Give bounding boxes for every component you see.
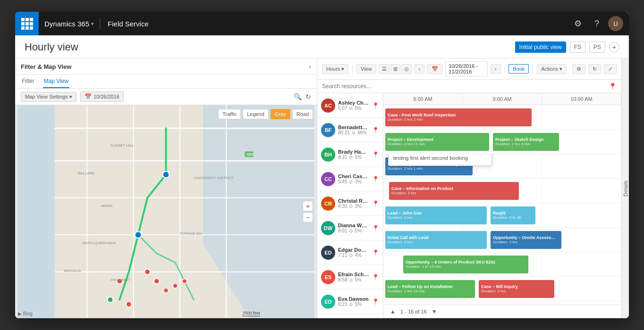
task-block[interactable]: Opportunity – Onsite Assessment Duration…: [491, 231, 561, 249]
task-block[interactable]: Initial Call with Lead Duration: 2 hrs: [385, 231, 487, 249]
svg-text:ADAMS: ADAMS: [101, 204, 113, 207]
toolbar-expand-button[interactable]: ⤢: [604, 64, 617, 74]
task-block[interactable]: Case – Bill Inquiry Duration: 2 hrs: [479, 280, 554, 298]
resource-pin: 📍: [372, 102, 379, 109]
resources-list: AC Ashley Chinn 6:07⊙6% 📍 BF Bernadette …: [317, 93, 383, 318]
resource-pin: 📍: [372, 298, 379, 305]
add-view-button[interactable]: +: [609, 42, 619, 52]
resource-pin: 📍: [372, 127, 379, 133]
timeline-rows: Case - Post Work Roof Inspection Duratio…: [383, 105, 621, 305]
resource-row: AC Ashley Chinn 6:07⊙6% 📍: [317, 93, 383, 118]
resource-row: ED Eva Dawson 8:23⊙5% 📍: [317, 289, 383, 314]
timeline-header: 8:00 AM 9:00 AM 10:00 AM: [383, 93, 621, 105]
waffle-button[interactable]: [15, 12, 39, 35]
map-search-button[interactable]: 🔍: [294, 93, 302, 100]
resource-row: BH Brady Hannon 8:31⊙5% 📍: [317, 142, 383, 167]
resource-row: BF Bernadette Foley 80:21⊙48% 📍: [317, 118, 383, 142]
map-view-settings-button[interactable]: Map View Settings ▾: [21, 92, 76, 102]
list-view-button[interactable]: ☰: [379, 64, 390, 74]
row-content: Opportunity – 6 Orders of Product SKU 82…: [383, 252, 621, 276]
timeline-hour: 10:00 AM: [542, 93, 621, 105]
map-refresh-button[interactable]: ↻: [305, 93, 311, 100]
next-button[interactable]: ›: [491, 64, 501, 74]
svg-point-8: [182, 279, 187, 283]
timeline-row: Opportunity – Stadium Walkthrough Durati…: [383, 154, 621, 179]
timeline-row: Case - Post Work Roof Inspection Duratio…: [383, 105, 621, 130]
search-input[interactable]: [322, 83, 605, 90]
nav-icons: ⚙ ? U: [570, 16, 629, 31]
svg-point-6: [164, 288, 169, 293]
svg-point-4: [144, 269, 150, 275]
task-block[interactable]: Project – Status Meeting Duration: 2 hrs: [479, 305, 554, 305]
row-content: Lead – Follow Up on Installation Duratio…: [383, 277, 621, 301]
timeline-area: 8:00 AM 9:00 AM 10:00 AM: [383, 93, 621, 318]
view-tab-initial[interactable]: Initial public view: [515, 41, 566, 53]
user-avatar[interactable]: U: [608, 16, 623, 31]
app-title[interactable]: Dynamics 365 ▾: [39, 20, 100, 28]
task-block[interactable]: Opportunity – 6 Orders of Product SKU 82…: [403, 256, 528, 273]
traffic-button[interactable]: Traffic: [218, 109, 241, 119]
book-button[interactable]: Book: [508, 64, 529, 74]
page-title: Hourly view: [25, 41, 78, 58]
svg-point-9: [108, 297, 113, 303]
search-pin-icon: 📍: [609, 82, 617, 90]
pagination-text: 1 - 16 of 16: [400, 309, 427, 314]
prev-button[interactable]: ‹: [415, 64, 425, 74]
map-view-button[interactable]: ◎: [401, 64, 412, 74]
prev-page-button[interactable]: ▲: [388, 307, 398, 316]
timeline-row: Case – Information on Product Duration: …: [383, 179, 621, 203]
avatar: BF: [321, 123, 335, 137]
toolbar-settings-button[interactable]: ⚙: [572, 64, 585, 74]
settings-icon-button[interactable]: ⚙: [570, 16, 585, 31]
zoom-in-button[interactable]: +: [303, 201, 313, 211]
left-panel: Filter & Map View ‹ Filter Map View Map …: [15, 58, 317, 318]
module-title: Field Service: [100, 20, 156, 28]
row-content: Project – Development Duration: 2 hrs 11…: [383, 130, 621, 154]
task-block[interactable]: Lead – John Doe Duration: 2 hrs: [385, 206, 487, 224]
task-block[interactable]: Req25 Duration: 0 hr 30: [491, 206, 535, 224]
main-content: Hourly view Initial public view FS PS + …: [15, 35, 629, 318]
panels: Filter & Map View ‹ Filter Map View Map …: [15, 58, 629, 318]
svg-text:PORTAGE BAY: PORTAGE BAY: [180, 232, 203, 235]
timeline-row: Initial Call with Lead Duration: 2 hrs O…: [383, 228, 621, 252]
actions-button[interactable]: Actions ▾: [537, 64, 567, 74]
road-button[interactable]: Road: [292, 109, 313, 119]
details-sidebar[interactable]: Details: [621, 58, 629, 318]
toolbar-refresh-button[interactable]: ↻: [588, 64, 601, 74]
map-date-badge: 📅 10/26/2016: [80, 91, 124, 102]
avatar: AC: [321, 99, 335, 113]
nav-bar: Dynamics 365 ▾ Field Service ⚙ ? U: [15, 12, 629, 35]
view-tab-ps[interactable]: PS: [589, 41, 605, 53]
view-button[interactable]: View: [356, 64, 376, 74]
svg-text:SUNSET HILL: SUNSET HILL: [110, 143, 135, 148]
gray-button[interactable]: Gray: [271, 109, 290, 119]
map-view-tab[interactable]: Map View: [43, 75, 69, 88]
legend-button[interactable]: Legend: [243, 109, 269, 119]
svg-text:520: 520: [246, 152, 253, 157]
hours-button[interactable]: Hours ▾: [322, 64, 348, 74]
schedule-grid: AC Ashley Chinn 6:07⊙6% 📍 BF Bernadette …: [317, 93, 621, 318]
help-icon-button[interactable]: ?: [589, 16, 604, 31]
avatar: ES: [321, 270, 335, 284]
timeline-row: Opportunity – 6 Orders of Product SKU 82…: [383, 252, 621, 277]
zoom-out-button[interactable]: −: [303, 212, 313, 223]
search-bar: 📍: [317, 80, 621, 93]
task-block[interactable]: Case – Information on Product Duration: …: [389, 182, 519, 200]
collapse-filter-button[interactable]: ‹: [309, 62, 311, 71]
task-block[interactable]: Project – Development Duration: 2 hrs 11…: [385, 133, 489, 151]
task-block[interactable]: Case - Post Work Roof Inspection Duratio…: [385, 108, 532, 126]
next-page-button[interactable]: ▼: [430, 307, 439, 316]
filter-tab[interactable]: Filter: [21, 75, 35, 88]
resource-row: ES Efrain Schreiner 8:58⊙5% 📍: [317, 265, 383, 289]
date-range[interactable]: 10/26/2016 - 11/2/2016: [445, 61, 488, 76]
task-block[interactable]: Project – Status Meeting Duration: 2 hrs…: [385, 305, 475, 305]
row-content: Initial Call with Lead Duration: 2 hrs O…: [383, 228, 621, 252]
svg-point-7: [173, 283, 178, 288]
view-tab-fs[interactable]: FS: [570, 41, 585, 53]
task-block[interactable]: Lead – Follow Up on Installation Duratio…: [385, 280, 475, 298]
task-tooltip: Subject: test 1 second booking × Due: 10…: [388, 154, 492, 166]
task-block[interactable]: Project – Sketch Design Duration: 2 hrs …: [493, 133, 559, 151]
toolbar-divider-3: [533, 65, 533, 73]
grid-view-button[interactable]: ⊞: [390, 64, 400, 74]
calendar-button[interactable]: 📅: [427, 64, 442, 74]
